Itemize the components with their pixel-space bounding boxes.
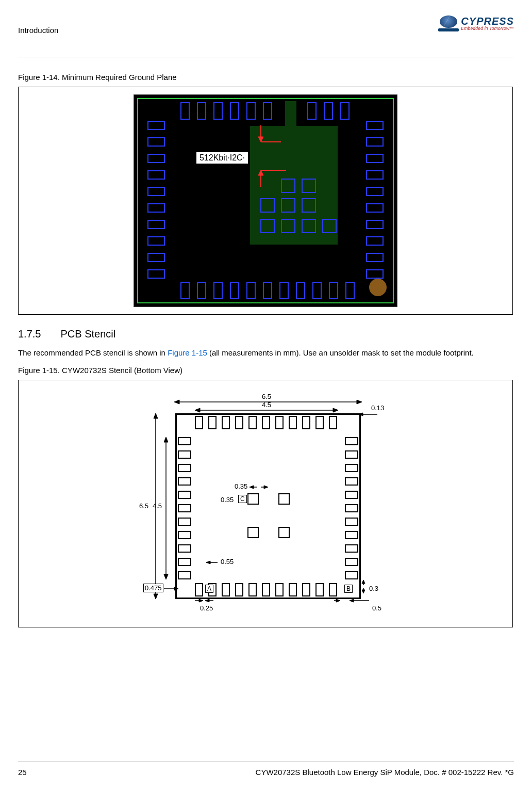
dimension-label: 0.13 [371,404,384,412]
svg-marker-10 [195,408,200,412]
figure-1-15: 6.5 4.5 0.13 6.5 4.5 0.35 0.35 [18,380,513,627]
header-rule [18,57,514,57]
logo-tagline: Embedded in Tomorrow™ [461,26,514,31]
section-number: 1.7.5 [18,328,41,340]
doc-id: CYW20732S Bluetooth Low Energy SiP Modul… [256,768,514,777]
dimension-arrow-icon [161,437,171,579]
svg-marker-15 [154,413,158,418]
dimension-label: 0.5 [372,604,381,612]
dimension-label: 0.475 [143,584,163,592]
figure-1-14-caption: Figure 1-14. Minimum Required Ground Pla… [18,73,514,82]
svg-marker-13 [359,413,363,416]
dimension-label: 0.35 [221,496,234,504]
svg-marker-31 [205,599,209,602]
dimension-label: 0.55 [221,558,234,566]
svg-marker-7 [174,400,179,404]
svg-marker-23 [264,486,268,489]
section-title: PCB Stencil [60,328,115,340]
reference-c: C [238,495,247,503]
svg-marker-35 [362,590,365,593]
dimension-arrow-icon [206,559,220,566]
svg-marker-29 [199,599,203,602]
page-footer: 25 CYW20732S Bluetooth Low Energy SiP Mo… [18,768,514,777]
svg-marker-21 [250,486,254,489]
reference-a: A [205,585,213,593]
svg-marker-25 [206,561,210,564]
page-header: Introduction CYPRESS Embedded in Tomorro… [18,15,514,52]
svg-marker-1 [258,137,263,142]
svg-marker-27 [174,587,178,590]
orientation-dot-icon [369,279,387,296]
svg-marker-4 [258,170,263,175]
dimension-arrow-icon [250,483,268,491]
chapter-title: Introduction [18,26,58,35]
svg-marker-18 [164,437,168,442]
svg-marker-16 [154,594,158,599]
memory-label: 512Kbit·I2C· [196,152,248,164]
logo-globe-icon [438,15,459,31]
section-heading: 1.7.5 PCB Stencil [18,328,514,340]
dimension-arrow-icon [359,580,368,593]
dimension-arrow-icon [359,411,379,417]
pcb-ground-plane-diagram: 512Kbit·I2C· [134,94,397,307]
dimension-label: 4.5 [262,401,271,409]
reference-b: B [344,585,353,593]
svg-marker-8 [357,400,362,404]
dimension-arrow-down-icon [253,124,284,145]
dimension-label: 0.25 [200,604,213,612]
svg-marker-39 [350,599,354,602]
page-number: 25 [18,768,27,777]
dimension-label: 0.3 [369,585,378,592]
figure-reference-link[interactable]: Figure 1-15 [168,348,207,357]
figure-1-14: 512Kbit·I2C· [18,87,513,315]
dimension-label: 0.35 [235,482,247,490]
figure-1-15-caption: Figure 1-15. CYW20732S Stencil (Bottom V… [18,366,514,375]
dimension-arrow-up-icon [253,168,289,189]
dimension-label: 6.5 [139,502,148,510]
svg-marker-11 [333,408,338,412]
cypress-logo: CYPRESS Embedded in Tomorrow™ [438,15,514,31]
dimension-arrow-icon [332,597,371,604]
logo-text: CYPRESS [461,16,514,26]
svg-marker-19 [164,574,168,579]
svg-marker-33 [362,580,365,584]
stencil-diagram: 6.5 4.5 0.13 6.5 4.5 0.35 0.35 [119,388,412,620]
dimension-label: 6.5 [262,393,271,400]
dimension-label: 4.5 [153,502,162,510]
dimension-arrow-icon [164,586,178,592]
body-paragraph: The recommended PCB stencil is shown in … [18,348,513,358]
svg-marker-37 [336,599,340,602]
dimension-arrow-icon [193,597,218,604]
